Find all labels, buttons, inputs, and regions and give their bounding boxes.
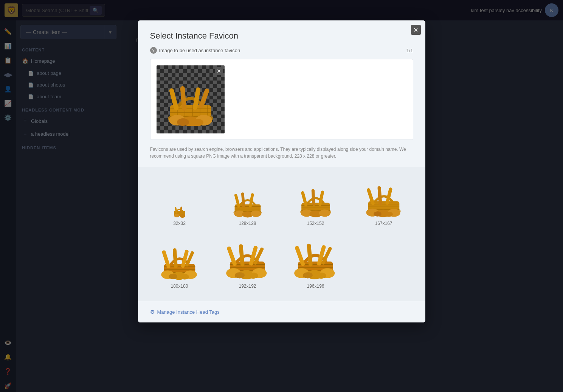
manage-head-tags-link[interactable]: Manage Instance Head Tags xyxy=(157,309,220,315)
size-label-192: 192x192 xyxy=(239,284,256,289)
size-label-128: 128x128 xyxy=(239,221,256,226)
svg-point-71 xyxy=(169,274,177,279)
preview-bread-svg xyxy=(160,73,221,126)
image-grid: 32x32 xyxy=(150,176,413,289)
svg-point-99 xyxy=(302,272,312,278)
image-grid-item-128[interactable]: 128x128 xyxy=(218,184,277,226)
manage-link-row: ⚙ Manage Instance Head Tags xyxy=(138,301,425,322)
modal-title: Select Instance Favicon xyxy=(150,31,413,41)
image-grid-item-32[interactable]: 32x32 xyxy=(150,205,209,226)
image-grid-item-180[interactable]: 180x180 xyxy=(150,239,209,289)
bread-thumb-192 xyxy=(223,235,272,280)
info-icon: ? xyxy=(150,47,157,54)
modal-close-button[interactable]: ✕ xyxy=(411,25,421,35)
modal-header: Select Instance Favicon ? Image to be us… xyxy=(138,20,425,54)
svg-point-17 xyxy=(177,118,189,126)
size-label-196: 196x196 xyxy=(307,284,324,289)
image-grid-item-196[interactable]: 196x196 xyxy=(286,235,345,289)
modal-info-label: Image to be used as instance favicon xyxy=(159,48,240,53)
modal-hint-text: Favicons are used by search engine, brow… xyxy=(150,146,413,160)
image-grid-section: 32x32 xyxy=(138,167,425,301)
modal-info-row: ? Image to be used as instance favicon 1… xyxy=(150,47,413,54)
svg-point-86 xyxy=(248,273,258,279)
svg-point-21 xyxy=(180,214,185,218)
preview-image xyxy=(157,65,225,133)
size-label-152: 152x152 xyxy=(307,221,324,226)
size-label-180: 180x180 xyxy=(171,284,188,289)
image-grid-item-167[interactable]: 167x167 xyxy=(354,176,413,226)
svg-point-34 xyxy=(251,211,261,217)
image-grid-item-152[interactable]: 152x152 xyxy=(286,180,345,226)
size-label-167: 167x167 xyxy=(375,221,392,226)
bread-thumb-180 xyxy=(157,239,202,280)
svg-point-85 xyxy=(234,272,244,278)
svg-point-20 xyxy=(174,214,179,217)
preview-image-container: ✕ xyxy=(157,65,225,133)
modal-overlay: ✕ Select Instance Favicon ? Image to be … xyxy=(0,0,563,392)
selected-preview-area: ✕ xyxy=(150,59,413,140)
gear-icon: ⚙ xyxy=(150,309,155,315)
image-grid-item-192[interactable]: 192x192 xyxy=(218,235,277,289)
svg-point-58 xyxy=(385,212,393,217)
svg-point-45 xyxy=(319,209,330,217)
bread-thumb-167 xyxy=(361,176,406,218)
modal-pagination: 1/1 xyxy=(406,48,413,53)
modal-select-favicon: ✕ Select Instance Favicon ? Image to be … xyxy=(138,20,425,322)
svg-point-57 xyxy=(374,211,382,217)
bread-thumb-196 xyxy=(291,235,340,280)
svg-point-100 xyxy=(316,273,326,279)
preview-remove-button[interactable]: ✕ xyxy=(215,67,223,75)
modal-info-left: ? Image to be used as instance favicon xyxy=(150,47,240,54)
bread-thumb-128 xyxy=(229,184,267,218)
bread-thumb-152 xyxy=(295,180,337,218)
bread-thumb-32 xyxy=(172,205,187,218)
size-label-32: 32x32 xyxy=(173,221,186,226)
svg-point-72 xyxy=(180,274,189,280)
